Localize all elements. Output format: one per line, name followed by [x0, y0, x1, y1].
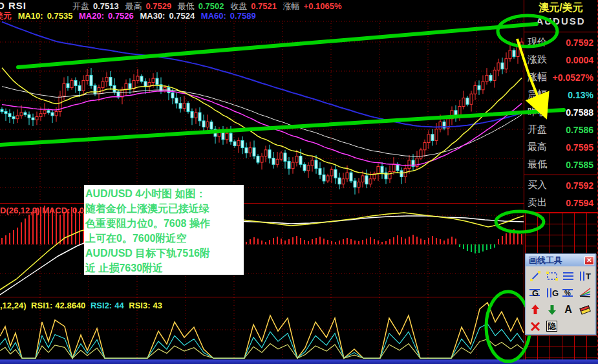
quote-label: 卖出 — [528, 197, 547, 209]
open-label: 开盘 — [72, 1, 89, 11]
quote-row-change-pct: 涨幅+0.0527% — [524, 69, 597, 86]
sidebar-grid-area — [525, 336, 597, 359]
quote-row-open: 开盘0.7586 — [524, 121, 597, 138]
close-label: 收盘 — [230, 1, 247, 11]
ma60-value: 0.7589 — [230, 11, 256, 21]
golden-horizontal-icon[interactable]: G — [528, 286, 543, 299]
high-value: 0.7529 — [145, 1, 171, 11]
note-line: AUD/USD 4小时图 如图： — [85, 186, 244, 201]
arrow-up-icon[interactable] — [528, 303, 543, 316]
fan-lines-icon[interactable] — [577, 286, 593, 299]
ma20-label: MA20: — [79, 11, 104, 21]
quote-row-change: 涨跌0.0004 — [524, 51, 597, 69]
quote-row-bid: 买入0.7592 — [524, 177, 597, 194]
trading-app-window: D RSI 开盘0.7513 最高0.7529 最低0.7502 收盘0.752… — [0, 0, 598, 364]
ma60-label: MA60: — [201, 11, 226, 21]
macd-panel[interactable] — [0, 204, 524, 297]
ma30-label: MA30: — [140, 11, 165, 21]
quote-label: 震幅 — [528, 89, 547, 101]
vertical-lines-text-icon[interactable]: T — [577, 269, 593, 283]
change-label: 涨幅 — [283, 1, 300, 11]
quote-label: 涨跌 — [528, 54, 547, 66]
trend-line-icon[interactable] — [528, 269, 543, 283]
horizontal-scrollbar[interactable] — [0, 359, 598, 364]
rsi-indicator-label: ,12,24) RSI1:42.8640 RSI2:44 RSI3:43 — [0, 301, 165, 310]
indicator-tabs-label[interactable]: D RSI — [0, 0, 27, 11]
quote-value: +0.0527% — [553, 72, 593, 83]
quote-value: 0.7595 — [566, 142, 593, 153]
rsi2-label: RSI2: — [91, 301, 112, 310]
drawing-tools-window[interactable]: 画线工具 ✕ T G G % A 隐 — [525, 253, 596, 335]
quote-rows: 现价0.7592 涨跌0.0004 涨幅+0.0527% 震幅0.13% 昨收0… — [524, 34, 597, 173]
quote-label: 最低 — [528, 158, 547, 171]
quote-row-high: 最高0.7595 — [524, 138, 597, 156]
pair-title[interactable]: 澳元/美元 — [524, 1, 597, 15]
quote-row-prev-close: 昨收0.7588 — [524, 103, 597, 121]
low-value: 0.7502 — [198, 1, 224, 11]
note-line: 随着金价上涨澳元已接近绿 — [85, 201, 244, 216]
quote-label: 涨幅 — [528, 71, 547, 83]
quote-label: 昨收 — [528, 106, 547, 118]
symbol-fragment: 美元 — [0, 11, 12, 21]
quote-value: 0.7585 — [566, 160, 593, 170]
macd-indicator-label: D(26,12,9) MACD: 0.0003 — [0, 206, 98, 215]
sidebar-separator — [524, 32, 597, 32]
panel-divider[interactable] — [0, 297, 524, 297]
note-line: 上可在0。7600附近空 — [85, 231, 244, 246]
drawing-tools-grid: T G G % A 隐 — [526, 266, 595, 336]
analysis-note: AUD/USD 4小时图 如图： 随着金价上涨澳元已接近绿 色重要阻力位0。76… — [84, 185, 244, 275]
panel-divider[interactable] — [0, 203, 524, 204]
candlestick-chart[interactable] — [0, 21, 524, 203]
note-line: 色重要阻力位0。7608 操作 — [85, 216, 244, 231]
quote-value: 0.0004 — [566, 55, 593, 65]
ma-readout: 美元 MA10:0.7535 MA20:0.7526 MA30:0.7524 M… — [0, 10, 260, 22]
chart-header: D RSI 开盘0.7513 最高0.7529 最低0.7502 收盘0.752… — [0, 0, 524, 21]
bid-ask-rows: 买入0.7592 卖出0.7594 — [524, 177, 597, 211]
text-tool-icon[interactable]: A — [561, 303, 576, 316]
quote-label: 最高 — [528, 141, 547, 153]
high-label: 最高 — [125, 1, 142, 11]
sidebar-grid-area — [525, 213, 597, 253]
arrow-down-icon[interactable] — [544, 303, 560, 316]
rsi1-label: RSI1: — [31, 301, 52, 310]
quote-value: 0.7588 — [566, 107, 593, 118]
change-value: +0.1065% — [304, 1, 342, 11]
low-label: 最低 — [178, 1, 195, 11]
svg-text:%: % — [564, 289, 571, 297]
parallel-lines-icon[interactable] — [561, 269, 576, 283]
close-value: 0.7521 — [251, 1, 277, 11]
rsi2-value: 44 — [114, 301, 123, 310]
drawing-tools-title: 画线工具 — [529, 255, 562, 266]
rectangle-icon[interactable] — [544, 269, 560, 283]
quote-label: 现价 — [528, 36, 547, 48]
rsi3-value: 43 — [153, 301, 162, 310]
ma30-value: 0.7524 — [169, 11, 195, 21]
open-value: 0.7513 — [93, 1, 119, 11]
sidebar-separator — [524, 175, 597, 175]
close-icon[interactable]: ✕ — [584, 256, 594, 265]
ma10-label: MA10: — [18, 11, 43, 21]
rsi-params: ,12,24) — [0, 301, 26, 310]
rsi1-value: 42.8640 — [55, 301, 85, 310]
svg-text:G: G — [532, 288, 539, 298]
note-line: 近 止损7630附近 — [85, 261, 244, 275]
percent-lines-icon[interactable]: % — [561, 286, 576, 299]
quote-value: 0.7592 — [566, 37, 593, 48]
rsi3-label: RSI3: — [129, 301, 150, 310]
quote-value: 0.7586 — [566, 125, 593, 135]
drawing-tools-titlebar[interactable]: 画线工具 ✕ — [526, 254, 595, 266]
quote-value: 0.13% — [568, 90, 593, 100]
pair-symbol[interactable]: AUDUSD — [524, 16, 597, 27]
quote-label: 买入 — [528, 179, 547, 191]
delete-icon[interactable] — [528, 319, 543, 333]
quote-value: 0.7592 — [566, 180, 593, 191]
eraser-icon[interactable] — [577, 303, 593, 316]
quote-row-ask: 卖出0.7594 — [524, 194, 597, 211]
hide-tool-icon[interactable]: 隐 — [544, 319, 560, 333]
quote-row-amplitude: 震幅0.13% — [524, 86, 597, 103]
golden-vertical-icon[interactable]: G — [544, 286, 560, 299]
quote-row-last: 现价0.7592 — [524, 34, 597, 51]
quote-value: 0.7594 — [566, 198, 593, 208]
ma10-value: 0.7535 — [47, 11, 73, 21]
quote-row-low: 最低0.7585 — [524, 156, 597, 173]
